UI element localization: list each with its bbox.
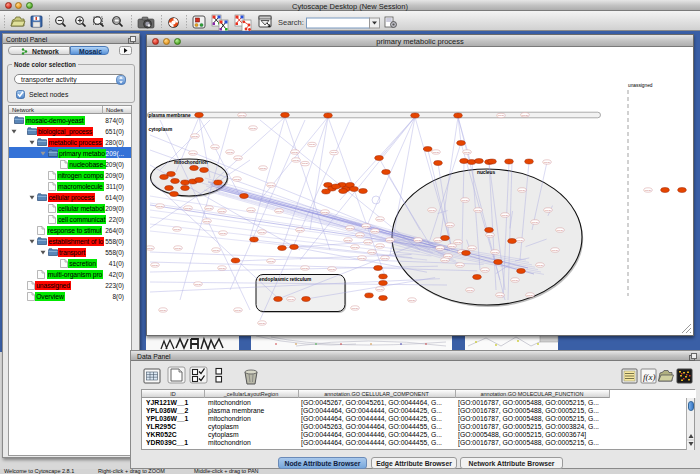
svg-text:(nn-d): (nn-d): [522, 114, 529, 117]
svg-text:(nn-d): (nn-d): [544, 161, 551, 164]
svg-text:Search:: Search:: [278, 18, 304, 27]
svg-text:(nn-d): (nn-d): [160, 309, 167, 312]
svg-text:(nn-d): (nn-d): [455, 241, 462, 244]
svg-text:(nn-d): (nn-d): [352, 246, 359, 249]
svg-text:(nn-d): (nn-d): [220, 232, 227, 235]
svg-text:(nn-d): (nn-d): [545, 209, 552, 212]
svg-text:(nn-d): (nn-d): [297, 229, 304, 232]
svg-text:(nn-d): (nn-d): [259, 231, 266, 234]
svg-text:(nn-d): (nn-d): [359, 257, 366, 260]
svg-text:(nn-d): (nn-d): [302, 267, 309, 270]
svg-text:(nn-d): (nn-d): [387, 239, 394, 242]
svg-text:(nn-d): (nn-d): [377, 245, 384, 248]
svg-text:f(x): f(x): [643, 372, 656, 382]
svg-text:(nn-d): (nn-d): [377, 288, 384, 291]
svg-text:(nn-d): (nn-d): [235, 157, 242, 160]
svg-text:(nn-d): (nn-d): [195, 283, 202, 286]
svg-text:(nn-d): (nn-d): [292, 151, 299, 154]
svg-text:(nn-d): (nn-d): [487, 234, 494, 237]
svg-text:(nn-d): (nn-d): [260, 167, 267, 170]
svg-text:(nn-d): (nn-d): [345, 239, 352, 242]
svg-text:(nn-d): (nn-d): [204, 220, 211, 223]
svg-text:(nn-d): (nn-d): [192, 135, 199, 138]
svg-text:plasma membrane: plasma membrane: [149, 113, 191, 118]
svg-text:(nn-d): (nn-d): [347, 227, 354, 230]
svg-text:(nn-d): (nn-d): [497, 294, 504, 297]
svg-text:(nn-d): (nn-d): [147, 247, 153, 250]
svg-text:(nn-d): (nn-d): [174, 228, 181, 231]
svg-text:(nn-d): (nn-d): [517, 239, 524, 242]
svg-text:(nn-d): (nn-d): [219, 210, 226, 213]
svg-text:(nn-d): (nn-d): [157, 205, 164, 208]
svg-text:(nn-d): (nn-d): [185, 207, 192, 210]
svg-text:(nn-d): (nn-d): [557, 229, 564, 232]
svg-text:(nn-d): (nn-d): [445, 255, 452, 258]
svg-text:(nn-d): (nn-d): [369, 251, 376, 254]
svg-text:(nn-d): (nn-d): [502, 214, 509, 217]
svg-text:(nn-d): (nn-d): [268, 260, 275, 263]
svg-text:(nn-d): (nn-d): [415, 239, 422, 242]
svg-text:(nn-d): (nn-d): [213, 249, 220, 252]
svg-text:(nn-d): (nn-d): [492, 251, 499, 254]
svg-text:(nn-d): (nn-d): [552, 249, 559, 252]
svg-text:(nn-d): (nn-d): [190, 152, 197, 155]
svg-text:(nn-d): (nn-d): [512, 279, 519, 282]
svg-text:endoplasmic reticulum: endoplasmic reticulum: [259, 277, 311, 282]
svg-text:(nn-d): (nn-d): [219, 267, 226, 270]
svg-text:(nn-d): (nn-d): [302, 162, 309, 165]
svg-text:(nn-d): (nn-d): [363, 225, 370, 228]
svg-text:(nn-d): (nn-d): [527, 294, 534, 297]
svg-text:(nn-d): (nn-d): [250, 127, 257, 130]
svg-text:(nn-d): (nn-d): [372, 230, 379, 233]
svg-text:(nn-d): (nn-d): [467, 289, 474, 292]
svg-text:(nn-d): (nn-d): [464, 151, 471, 154]
svg-text:(nn-d): (nn-d): [433, 151, 440, 154]
svg-text:(nn-d): (nn-d): [268, 184, 275, 187]
svg-text:(nn-d): (nn-d): [235, 309, 242, 312]
svg-text:mitochondrion: mitochondrion: [174, 160, 208, 165]
svg-text:(nn-d): (nn-d): [447, 224, 454, 227]
svg-text:(nn-d): (nn-d): [429, 209, 436, 212]
svg-text:(nn-d): (nn-d): [322, 211, 329, 214]
svg-text:(nn-d): (nn-d): [234, 178, 241, 181]
svg-text:(nn-d): (nn-d): [352, 307, 359, 310]
svg-text:(nn-d): (nn-d): [498, 114, 505, 117]
svg-text:(nn-d): (nn-d): [329, 268, 336, 271]
svg-text:(nn-d): (nn-d): [482, 269, 489, 272]
svg-text:nucleus: nucleus: [477, 170, 495, 175]
svg-text:(nn-d): (nn-d): [248, 209, 255, 212]
svg-text:cytoplasm: cytoplasm: [149, 127, 173, 132]
svg-text:(nn-d): (nn-d): [276, 210, 283, 213]
svg-text:(nn-d): (nn-d): [645, 189, 652, 192]
svg-text:(nn-d): (nn-d): [259, 322, 266, 325]
svg-text:(nn-d): (nn-d): [469, 247, 476, 250]
svg-text:(nn-d): (nn-d): [532, 221, 539, 224]
svg-text:(nn-d): (nn-d): [365, 241, 372, 244]
svg-text:(nn-d): (nn-d): [206, 207, 213, 210]
svg-text:(nn-d): (nn-d): [537, 264, 544, 267]
svg-text:(nn-d): (nn-d): [288, 298, 295, 301]
svg-text:(nn-d): (nn-d): [519, 189, 526, 192]
svg-text:(nn-d): (nn-d): [409, 299, 416, 302]
svg-text:(nn-d): (nn-d): [357, 234, 364, 237]
svg-text:(nn-d): (nn-d): [457, 264, 464, 267]
svg-text:(nn-d): (nn-d): [331, 151, 338, 154]
svg-text:(nn-d): (nn-d): [462, 199, 469, 202]
svg-text:(nn-d): (nn-d): [435, 239, 442, 242]
svg-text:(nn-d): (nn-d): [437, 247, 444, 250]
svg-text:(nn-d): (nn-d): [212, 146, 219, 149]
svg-text:(nn-d): (nn-d): [152, 264, 159, 267]
svg-text:(nn-d): (nn-d): [475, 209, 482, 212]
svg-text:(nn-d): (nn-d): [382, 257, 389, 260]
svg-text:(nn-d): (nn-d): [175, 247, 182, 250]
svg-text:(nn-d): (nn-d): [442, 259, 449, 262]
svg-text:unassigned: unassigned: [628, 83, 653, 88]
svg-text:(nn-d): (nn-d): [239, 114, 246, 117]
svg-text:(nn-d): (nn-d): [449, 245, 456, 248]
svg-text:(nn-d): (nn-d): [227, 151, 234, 154]
svg-text:(nn-d): (nn-d): [309, 143, 316, 146]
svg-text:(nn-d): (nn-d): [293, 159, 300, 162]
svg-text:(nn-d): (nn-d): [377, 218, 384, 221]
